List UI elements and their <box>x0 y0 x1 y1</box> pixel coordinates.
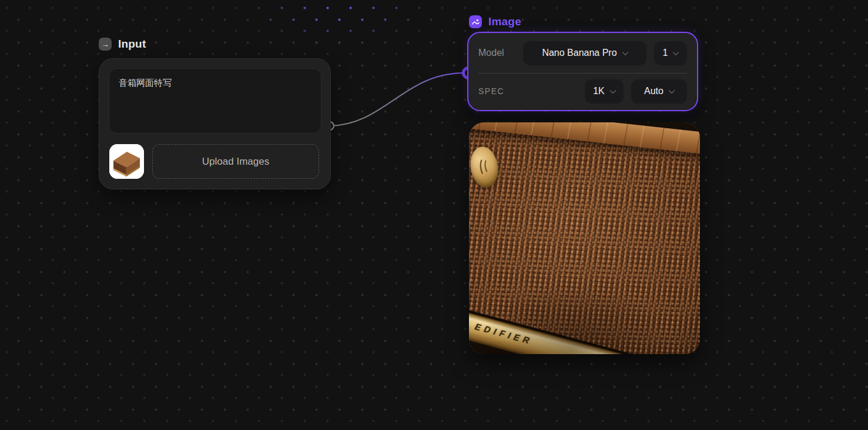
model-select[interactable]: Nano Banana Pro <box>523 41 646 65</box>
speaker-thumbnail-drawing <box>109 144 144 179</box>
upload-images-button[interactable]: Upload Images <box>152 144 319 179</box>
spec-label: SPEC <box>478 86 504 96</box>
connection-edge[interactable] <box>330 73 464 126</box>
resolution-value: 1K <box>593 86 605 96</box>
resolution-select[interactable]: 1K <box>585 79 624 104</box>
image-node-header: Image <box>469 15 521 28</box>
image-node[interactable]: Model Nano Banana Pro 1 SPEC 1K Auto <box>467 32 698 111</box>
input-node-title: Input <box>118 38 146 51</box>
chevron-down-icon <box>609 87 616 94</box>
photo-vignette <box>469 122 700 354</box>
uploaded-image-thumbnail[interactable] <box>109 144 144 179</box>
chevron-down-icon <box>668 87 675 94</box>
model-select-value: Nano Banana Pro <box>542 48 616 58</box>
model-row: Model Nano Banana Pro 1 <box>468 33 697 73</box>
generated-image[interactable]: EDIFIER <box>469 122 700 354</box>
spec-row: SPEC 1K Auto <box>468 74 697 109</box>
prompt-input[interactable]: 音箱网面特写 <box>109 68 321 134</box>
aspect-ratio-select[interactable]: Auto <box>631 79 687 104</box>
workflow-canvas[interactable]: → Input 音箱网面特写 Upload Images <box>0 0 868 430</box>
arrow-right-icon: → <box>99 38 112 51</box>
image-icon <box>469 15 482 28</box>
image-node-title: Image <box>488 15 521 28</box>
chevron-down-icon <box>673 49 679 55</box>
image-count-value: 1 <box>663 48 668 58</box>
aspect-ratio-value: Auto <box>644 86 663 96</box>
image-count-select[interactable]: 1 <box>654 41 687 65</box>
chevron-down-icon <box>622 49 628 55</box>
model-label: Model <box>478 48 504 58</box>
input-node[interactable]: 音箱网面特写 Upload Images <box>99 58 331 189</box>
input-node-header: → Input <box>99 38 146 51</box>
upload-images-label: Upload Images <box>202 156 269 168</box>
